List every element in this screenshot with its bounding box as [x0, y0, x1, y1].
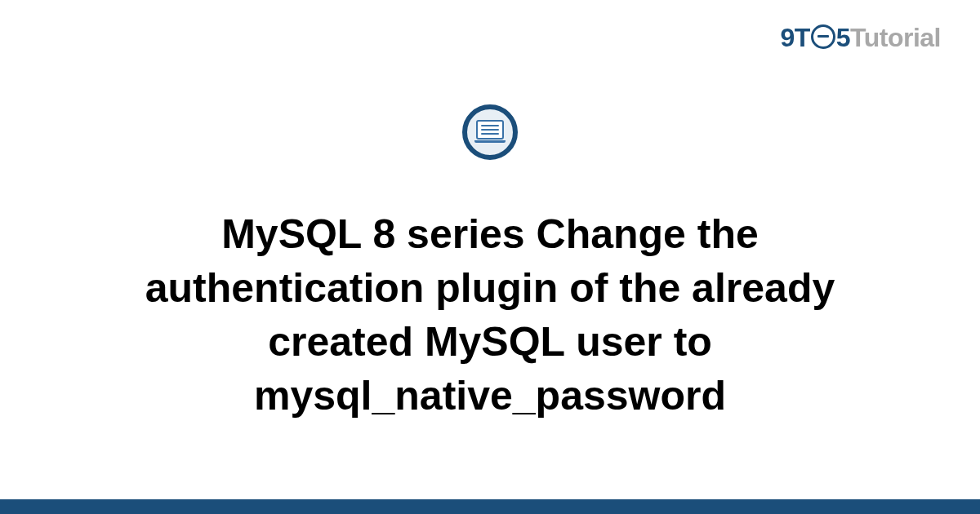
- footer-accent-bar: [0, 499, 980, 514]
- site-logo: 9T 5 Tutorial: [780, 23, 941, 53]
- logo-circle-icon: [811, 24, 835, 49]
- laptop-screen: [476, 120, 504, 140]
- logo-circle-bar: [817, 35, 829, 38]
- laptop-text-line: [481, 133, 499, 135]
- logo-text-tutorial: Tutorial: [850, 23, 941, 53]
- laptop-icon: [474, 120, 506, 144]
- laptop-text-line: [481, 125, 499, 126]
- laptop-text-line: [481, 129, 499, 131]
- main-content: MySQL 8 series Change the authentication…: [0, 104, 980, 423]
- tutorial-badge-icon: [462, 104, 518, 160]
- logo-text-9t: 9T: [780, 23, 809, 53]
- laptop-base: [474, 140, 506, 143]
- logo-text-5: 5: [836, 23, 850, 53]
- article-title: MySQL 8 series Change the authentication…: [74, 207, 906, 423]
